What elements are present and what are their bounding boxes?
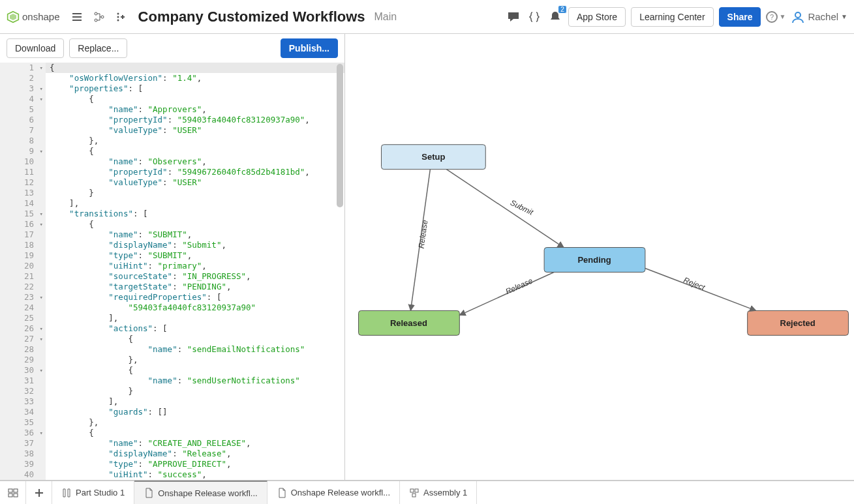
code-content: "name": "sendUserNotifications": [46, 376, 300, 386]
line-number: 4: [0, 94, 46, 104]
code-line[interactable]: 5 "name": "Approvers",: [0, 104, 344, 115]
code-line[interactable]: 9 {: [0, 146, 344, 156]
braces-icon[interactable]: [526, 9, 542, 25]
code-content: "sourceState": "IN_PROGRESS",: [46, 271, 251, 282]
code-line[interactable]: 11 "propertyId": "59496726040fc85d2b4181…: [0, 167, 344, 177]
edge-release2-label: Release: [504, 276, 534, 296]
document-tab[interactable]: Onshape Release workfl...: [267, 481, 400, 504]
tab-bar: Part Studio 1Onshape Release workfl...On…: [0, 481, 854, 504]
code-line[interactable]: 35 },: [0, 417, 344, 428]
svg-rect-17: [412, 494, 416, 497]
code-content: "name": "SUBMIT",: [46, 230, 192, 240]
share-button[interactable]: Share: [719, 7, 761, 27]
code-content: "guards": []: [46, 407, 168, 417]
svg-rect-14: [14, 494, 18, 497]
publish-button[interactable]: Publish...: [281, 38, 338, 58]
notifications-icon[interactable]: 2: [547, 9, 563, 25]
code-line[interactable]: 27 {: [0, 334, 344, 344]
code-line[interactable]: 6 "propertyId": "59403fa4040fc83120937a9…: [0, 115, 344, 125]
code-content: "displayName": "Release",: [46, 449, 231, 459]
learning-center-button[interactable]: Learning Center: [631, 7, 713, 27]
code-line[interactable]: 28 "name": "sendEmailNotifications": [0, 344, 344, 355]
line-number: 27: [0, 334, 46, 344]
code-line[interactable]: 8 },: [0, 136, 344, 146]
comment-icon[interactable]: [506, 9, 521, 25]
code-line[interactable]: 22 "targetState": "PENDING",: [0, 282, 344, 292]
code-line[interactable]: 25 ],: [0, 313, 344, 323]
svg-point-10: [795, 12, 801, 18]
code-content: {: [46, 365, 133, 376]
svg-point-2: [95, 12, 97, 15]
code-line[interactable]: 1{: [0, 63, 344, 73]
line-number: 32: [0, 386, 46, 396]
edge-submit: [446, 170, 564, 248]
line-number: 10: [0, 156, 46, 167]
line-number: 11: [0, 167, 46, 177]
code-line[interactable]: 32 }: [0, 386, 344, 396]
code-line[interactable]: 29 },: [0, 355, 344, 365]
code-line[interactable]: 26 "actions": [: [0, 323, 344, 334]
document-tab[interactable]: Onshape Release workfl...: [134, 481, 267, 504]
edge-release1-label: Release: [417, 219, 430, 249]
code-content: "valueType": "USER": [46, 177, 202, 188]
user-menu[interactable]: Rachel ▼: [791, 10, 847, 24]
code-content: "uiHint": "success",: [46, 469, 207, 480]
add-tab-icon[interactable]: [26, 481, 52, 504]
code-line[interactable]: 13 }: [0, 188, 344, 198]
document-tab[interactable]: Part Studio 1: [52, 481, 134, 504]
code-line[interactable]: 15 "transitions": [: [0, 209, 344, 219]
code-line[interactable]: 21 "sourceState": "IN_PROGRESS",: [0, 271, 344, 282]
code-line[interactable]: 4 {: [0, 94, 344, 104]
code-line[interactable]: 30 {: [0, 365, 344, 376]
code-line[interactable]: 37 "name": "CREATE_AND_RELEASE",: [0, 438, 344, 449]
code-line[interactable]: 40 "uiHint": "success",: [0, 469, 344, 480]
code-line[interactable]: 38 "displayName": "Release",: [0, 449, 344, 459]
code-line[interactable]: 14 ],: [0, 198, 344, 209]
onshape-logo-icon: [7, 10, 20, 23]
document-tab[interactable]: Assembly 1: [400, 481, 477, 504]
tree-icon[interactable]: [91, 9, 107, 25]
code-line[interactable]: 17 "name": "SUBMIT",: [0, 230, 344, 240]
app-store-button[interactable]: App Store: [568, 7, 626, 27]
line-number: 5: [0, 104, 46, 115]
help-menu[interactable]: ?▼: [766, 11, 785, 23]
document-title: Company Customized Workflows: [138, 8, 365, 25]
code-line[interactable]: 39 "type": "APPROVE_DIRECT",: [0, 459, 344, 469]
code-line[interactable]: 20 "uiHint": "primary",: [0, 261, 344, 271]
scrollbar-thumb[interactable]: [337, 64, 343, 207]
code-content: "name": "sendEmailNotifications": [46, 344, 305, 355]
code-editor[interactable]: 1{2 "osWorkflowVersion": "1.4",3 "proper…: [0, 63, 344, 480]
code-line[interactable]: 31 "name": "sendUserNotifications": [0, 376, 344, 386]
code-content: }: [46, 386, 133, 396]
line-number: 33: [0, 396, 46, 407]
menu-icon[interactable]: [69, 9, 85, 25]
svg-rect-11: [8, 489, 12, 492]
code-line[interactable]: 19 "type": "SUBMIT",: [0, 250, 344, 261]
logo[interactable]: onshape: [7, 10, 60, 23]
code-line[interactable]: 2 "osWorkflowVersion": "1.4",: [0, 73, 344, 83]
insert-icon[interactable]: [114, 9, 129, 25]
code-line[interactable]: 10 "name": "Observers",: [0, 156, 344, 167]
code-line[interactable]: 36 {: [0, 428, 344, 438]
workflow-diagram[interactable]: Setup Pending Released Rejected Submit R…: [345, 34, 854, 480]
code-line[interactable]: 34 "guards": []: [0, 407, 344, 417]
code-line[interactable]: 3 "properties": [: [0, 83, 344, 94]
code-line[interactable]: 24 "59403fa4040fc83120937a90": [0, 303, 344, 313]
code-line[interactable]: 12 "valueType": "USER": [0, 177, 344, 188]
code-line[interactable]: 7 "valueType": "USER": [0, 125, 344, 136]
notification-badge: 2: [558, 5, 567, 14]
download-button[interactable]: Download: [7, 38, 64, 58]
line-number: 24: [0, 303, 46, 313]
avatar-icon: [791, 10, 805, 24]
branch-label[interactable]: Main: [374, 11, 397, 23]
code-line[interactable]: 33 ],: [0, 396, 344, 407]
code-line[interactable]: 16 {: [0, 219, 344, 230]
code-line[interactable]: 23 "requiredProperties": [: [0, 292, 344, 303]
code-line[interactable]: 18 "displayName": "Submit",: [0, 240, 344, 250]
tab-manager-icon[interactable]: [0, 481, 26, 504]
replace-button[interactable]: Replace...: [69, 38, 127, 58]
code-content: "type": "APPROVE_DIRECT",: [46, 459, 231, 469]
line-number: 9: [0, 146, 46, 156]
svg-point-4: [101, 16, 104, 18]
line-number: 35: [0, 417, 46, 428]
